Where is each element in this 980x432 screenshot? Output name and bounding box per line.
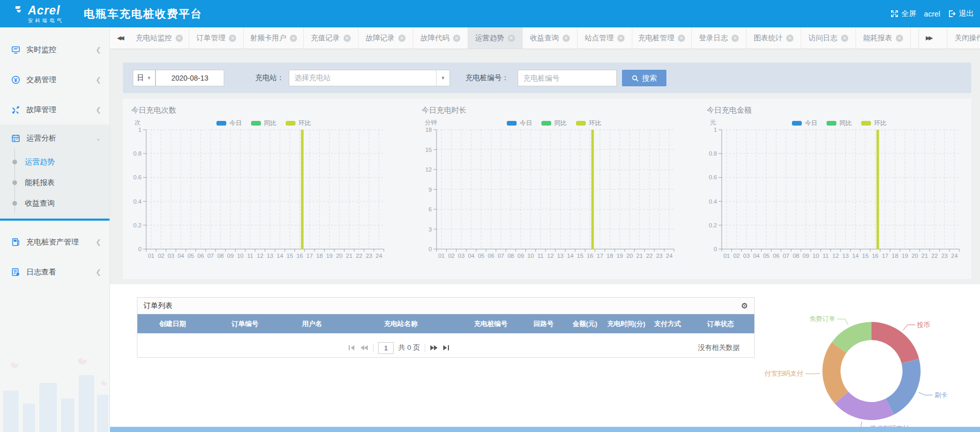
bar-chart-plot: 0369121518010203040506070809101112131415… — [413, 127, 695, 263]
tab-9[interactable]: 站点管理✕ — [578, 27, 632, 49]
column-header-支付方式: 支付方式 — [648, 319, 687, 329]
dropdown-arrow-icon[interactable]: ▼ — [436, 70, 449, 86]
station-select[interactable]: 选择充电站 ▼ — [289, 70, 450, 86]
tab-3[interactable]: 射频卡用户✕ — [244, 27, 303, 49]
donut-label-line — [903, 325, 915, 330]
sidebar-item-充电桩资产管理[interactable]: 充电桩资产管理❮ — [0, 227, 110, 257]
donut-label-投币: 投币 — [916, 321, 930, 329]
no-data-message: 没有相关数据 — [698, 338, 740, 357]
sidebar-item-实时监控[interactable]: 实时监控❮ — [0, 35, 110, 65]
svg-text:15: 15 — [287, 253, 293, 259]
gear-icon[interactable]: ⚙ — [741, 302, 748, 310]
tab-close-icon[interactable]: ✕ — [786, 35, 794, 42]
tab-close-icon[interactable]: ✕ — [229, 35, 236, 42]
tab-close-icon[interactable]: ✕ — [290, 35, 297, 42]
svg-text:09: 09 — [803, 253, 810, 259]
tab-close-icon[interactable]: ✕ — [398, 35, 406, 42]
username[interactable]: acrel — [924, 10, 940, 18]
donut-slice-投币[interactable] — [872, 322, 919, 363]
tab-label: 充值记录 — [311, 34, 340, 43]
legend-item-环比[interactable]: 环比 — [286, 119, 311, 128]
tab-close-icon[interactable]: ✕ — [176, 35, 183, 42]
svg-text:22: 22 — [931, 253, 938, 259]
legend-item-环比[interactable]: 环比 — [576, 119, 601, 128]
pile-number-input[interactable] — [518, 70, 617, 86]
sidebar-item-故障管理[interactable]: 故障管理❮ — [0, 95, 110, 125]
tab-2[interactable]: 订单管理✕ — [189, 27, 244, 49]
tab-close-icon[interactable]: ✕ — [732, 35, 739, 42]
last-page-button[interactable] — [443, 345, 450, 351]
tab-close-icon[interactable]: ✕ — [841, 35, 848, 42]
search-button[interactable]: 搜索 — [622, 70, 666, 86]
legend-item-今日[interactable]: 今日 — [507, 119, 532, 128]
legend-item-同比[interactable]: 同比 — [251, 119, 276, 128]
sidebar-item-交易管理[interactable]: 交易管理❮ — [0, 65, 110, 95]
tab-label: 故障代码 — [421, 34, 449, 43]
svg-text:05: 05 — [478, 253, 485, 259]
svg-text:0.4: 0.4 — [133, 198, 142, 205]
period-select[interactable]: 日 ▼ — [133, 70, 155, 86]
tab-bar: ◀◀ 充电站监控✕订单管理✕射频卡用户✕充值记录✕故障记录✕故障代码✕运营趋势✕… — [110, 27, 980, 49]
first-page-button[interactable] — [348, 345, 355, 351]
tab-close-icon[interactable]: ✕ — [563, 35, 570, 42]
sidebar-item-label: 日志查看 — [26, 267, 56, 277]
legend-item-环比[interactable]: 环比 — [861, 119, 886, 128]
tab-11[interactable]: 登录日志✕ — [692, 27, 746, 49]
sidebar-subitem-能耗报表[interactable]: 能耗报表 — [0, 172, 110, 193]
svg-text:01: 01 — [438, 253, 445, 259]
tab-5[interactable]: 故障记录✕ — [359, 27, 413, 49]
sidebar-item-label: 充电桩资产管理 — [26, 237, 79, 247]
sidebar-item-运营分析[interactable]: 运营分析⌄ — [0, 125, 110, 151]
legend-item-同比[interactable]: 同比 — [827, 119, 852, 128]
close-operations-button[interactable]: 关闭操作 — [947, 27, 980, 49]
legend-item-今日[interactable]: 今日 — [792, 119, 817, 128]
tab-close-icon[interactable]: ✕ — [617, 35, 625, 42]
legend-item-今日[interactable]: 今日 — [216, 119, 242, 128]
svg-text:03: 03 — [168, 253, 175, 259]
svg-text:15: 15 — [862, 253, 869, 259]
sidebar-item-label: 运营分析 — [26, 133, 56, 143]
tab-8[interactable]: 收益查询✕ — [523, 27, 578, 49]
tab-14[interactable]: 能耗报表✕ — [856, 27, 911, 49]
sidebar-item-日志查看[interactable]: 日志查看❮ — [0, 257, 110, 287]
donut-label-line — [919, 392, 932, 395]
tab-13[interactable]: 访问日志✕ — [801, 27, 856, 49]
svg-text:01: 01 — [723, 253, 730, 259]
svg-text:06: 06 — [773, 253, 780, 259]
tab-close-icon[interactable]: ✕ — [508, 35, 515, 42]
tab-close-icon[interactable]: ✕ — [896, 35, 903, 42]
tab-close-icon[interactable]: ✕ — [453, 35, 460, 42]
donut-slice-付宝扫码支付[interactable] — [822, 342, 848, 404]
horizontal-scrollbar[interactable] — [110, 427, 980, 432]
tab-12[interactable]: 图表统计✕ — [746, 27, 801, 49]
pile-number-label: 充电桩编号： — [465, 70, 509, 86]
payment-method-donut-chart: 投币刷卡微信扫码支付付宝扫码支付免费订单 — [763, 304, 980, 427]
next-page-button[interactable] — [430, 345, 438, 351]
tab-4[interactable]: 充值记录✕ — [304, 27, 359, 49]
tabs-scroll-left-button[interactable]: ◀◀ — [110, 27, 130, 49]
tab-7[interactable]: 运营趋势✕ — [468, 27, 523, 49]
tab-10[interactable]: 充电桩管理✕ — [632, 27, 692, 49]
tab-close-icon[interactable]: ✕ — [344, 35, 351, 42]
acrel-logo-mark — [14, 5, 24, 13]
pager-divider — [425, 344, 425, 352]
tab-1[interactable]: 充电站监控✕ — [130, 27, 189, 49]
tab-close-icon[interactable]: ✕ — [678, 35, 685, 42]
donut-slice-刷卡[interactable] — [885, 359, 921, 414]
svg-text:01: 01 — [148, 253, 154, 259]
tab-label: 能耗报表 — [863, 34, 892, 43]
sidebar-subitem-运营趋势[interactable]: 运营趋势 — [0, 151, 110, 172]
tab-6[interactable]: 故障代码✕ — [413, 27, 468, 49]
svg-text:08: 08 — [217, 253, 224, 259]
logout-button[interactable]: 退出 — [948, 9, 974, 19]
prev-page-button[interactable] — [360, 345, 368, 351]
tabs-scroll-right-button[interactable]: ▶▶ — [919, 27, 938, 49]
sidebar-subitem-收益查询[interactable]: 收益查询 — [0, 193, 110, 213]
svg-text:3: 3 — [429, 226, 432, 233]
fullscreen-button[interactable]: 全屏 — [891, 9, 916, 19]
legend-item-同比[interactable]: 同比 — [541, 119, 567, 128]
svg-text:18: 18 — [606, 253, 613, 259]
donut-slice-微信扫码支付[interactable] — [835, 392, 894, 420]
page-number-input[interactable] — [378, 342, 394, 354]
date-input[interactable] — [155, 70, 224, 86]
